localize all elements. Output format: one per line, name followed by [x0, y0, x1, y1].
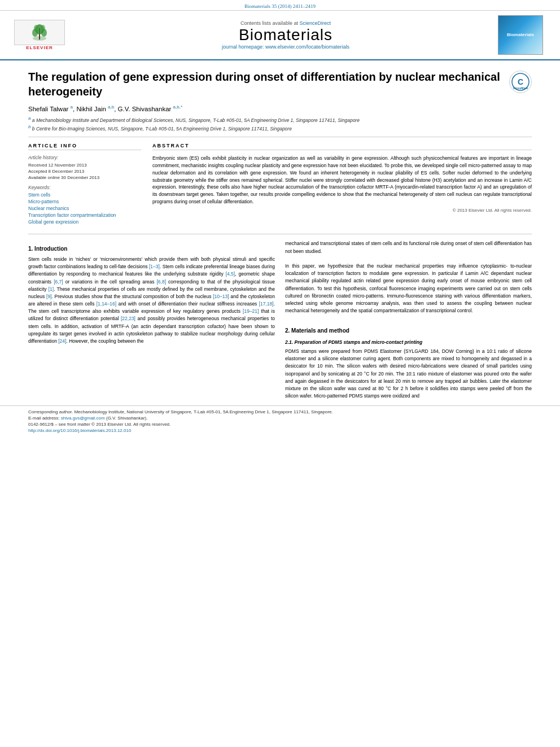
history-label: Article history:	[28, 155, 141, 160]
abstract-text: Embryonic stem (ES) cells exhibit plasti…	[152, 155, 532, 205]
email-address[interactable]: shiva.gvs@gmail.com	[61, 416, 105, 421]
elsevier-logo: ELSEVIER	[6, 20, 73, 50]
materials-paragraph: PDMS stamps were prepared from PDMS Elas…	[285, 348, 532, 400]
corresponding-note: Corresponding author. Mechanobiology Ins…	[28, 409, 532, 414]
citation-bar: Biomaterials 35 (2014) 2411–2419	[0, 0, 560, 11]
ref-1-14-16[interactable]: [1,14–16]	[97, 301, 116, 307]
journal-name: Biomaterials	[73, 26, 498, 44]
ref-4-5[interactable]: [4,5]	[226, 271, 235, 277]
elsevier-brand-text: ELSEVIER	[26, 45, 53, 50]
email-suffix: (G.V. Shivashankar).	[106, 416, 148, 421]
elsevier-logo-box	[14, 20, 65, 45]
ref-17-18[interactable]: [17,18]	[259, 301, 274, 307]
article-meta-block: ARTICLE INFO Article history: Received 1…	[28, 143, 532, 226]
article-title-text: The regulation of gene expression during…	[28, 69, 509, 99]
affiliation-b: b b Centre for Bio-Imaging Sciences, NUS…	[28, 124, 532, 132]
svg-text:CrossMark: CrossMark	[513, 86, 528, 90]
accepted-date: Accepted 8 December 2013	[28, 169, 141, 174]
ref-1[interactable]: [1]	[49, 286, 54, 292]
ref-19-21[interactable]: [19–21]	[243, 308, 259, 314]
citation-text: Biomaterials 35 (2014) 2411–2419	[244, 3, 316, 9]
materials-heading: 2. Materials and method	[285, 326, 532, 335]
abstract-copyright: © 2013 Elsevier Ltd. All rights reserved…	[152, 208, 532, 213]
doi-link[interactable]: http://dx.doi.org/10.1016/j.biomaterials…	[28, 428, 131, 433]
materials-sub1: 2.1. Preparation of PDMS stamps and micr…	[285, 339, 532, 346]
authors-line: Shefali Talwar a, Nikhil Jain a,b, G.V. …	[28, 104, 532, 112]
sciencedirect-link[interactable]: ScienceDirect	[300, 20, 331, 26]
journal-header-center: Contents lists available at ScienceDirec…	[73, 20, 498, 50]
contents-available-text: Contents lists available at ScienceDirec…	[73, 20, 498, 26]
journal-homepage: journal homepage: www.elsevier.com/locat…	[73, 44, 498, 50]
email-line: E-mail address: shiva.gvs@gmail.com (G.V…	[28, 416, 532, 421]
cover-label: Biomaterials	[507, 32, 534, 38]
keyword-3: Nuclear mechanics	[28, 206, 141, 211]
body-divider	[28, 234, 532, 234]
ref-22-23[interactable]: [22,23]	[121, 316, 135, 321]
ref-6-7[interactable]: [6,7]	[54, 279, 63, 285]
available-date: Available online 30 December 2013	[28, 175, 141, 180]
article-info-panel: ARTICLE INFO Article history: Received 1…	[28, 143, 141, 226]
svg-point-5	[41, 25, 45, 32]
body-left-column: 1. Introduction Stem cells reside in 'ni…	[28, 240, 275, 400]
intro-paragraph-3: In this paper, we hypothesize that the n…	[285, 263, 532, 314]
keyword-1: Stem cells	[28, 192, 141, 198]
svg-point-4	[34, 25, 38, 32]
keyword-5: Global gene expression	[28, 219, 141, 225]
article-info-header: ARTICLE INFO	[28, 143, 141, 150]
elsevier-logo-area: ELSEVIER	[6, 20, 73, 50]
body-right-column: mechanical and transcriptional states of…	[285, 240, 532, 400]
elsevier-tree-icon	[28, 23, 51, 42]
body-columns: 1. Introduction Stem cells reside in 'ni…	[28, 240, 532, 400]
abstract-header: ABSTRACT	[152, 143, 532, 150]
doi-line[interactable]: http://dx.doi.org/10.1016/j.biomaterials…	[28, 428, 532, 433]
journal-cover-image: Biomaterials	[498, 15, 543, 55]
ref-9[interactable]: [9]	[46, 294, 51, 299]
affil-ab: a,b	[108, 104, 114, 110]
crossmark-logo: C CrossMark	[509, 71, 532, 93]
affil-a: a	[71, 104, 73, 110]
intro-heading: 1. Introduction	[28, 244, 275, 254]
keywords-section: Keywords: Stem cells Micro-patterns Nucl…	[28, 185, 141, 225]
email-label: E-mail address:	[28, 416, 60, 421]
corresponding-label: Corresponding	[28, 409, 58, 414]
ref-10-13[interactable]: [10–13]	[213, 294, 229, 299]
received-date: Received 12 November 2013	[28, 163, 141, 168]
keyword-4: Transcription factor compartmentalizatio…	[28, 212, 141, 218]
article-title-block: The regulation of gene expression during…	[28, 69, 532, 99]
ref-6-8[interactable]: [6,8]	[156, 279, 166, 285]
ref-24[interactable]: [24]	[58, 338, 66, 344]
keyword-2: Micro-patterns	[28, 199, 141, 204]
main-content: The regulation of gene expression during…	[0, 60, 560, 400]
intro-paragraph-2: mechanical and transcriptional states of…	[285, 240, 532, 255]
ref-1-3[interactable]: [1–3]	[149, 264, 160, 269]
abstract-panel: ABSTRACT Embryonic stem (ES) cells exhib…	[152, 143, 532, 226]
journal-header: ELSEVIER Contents lists available at Sci…	[0, 11, 560, 60]
affiliation-a: a a Mechanobiology Institute and Departm…	[28, 116, 532, 123]
issn-line: 0142-9612/$ – see front matter © 2013 El…	[28, 422, 532, 427]
footer-section: Corresponding author. Mechanobiology Ins…	[0, 405, 560, 433]
affil-ab-star: a,b,*	[173, 104, 182, 110]
svg-text:C: C	[518, 77, 523, 86]
intro-paragraph-1: Stem cells reside in 'niches' or 'microe…	[28, 256, 275, 345]
header-divider	[28, 137, 532, 137]
keywords-label: Keywords:	[28, 185, 141, 190]
journal-cover-area: Biomaterials	[498, 15, 554, 55]
